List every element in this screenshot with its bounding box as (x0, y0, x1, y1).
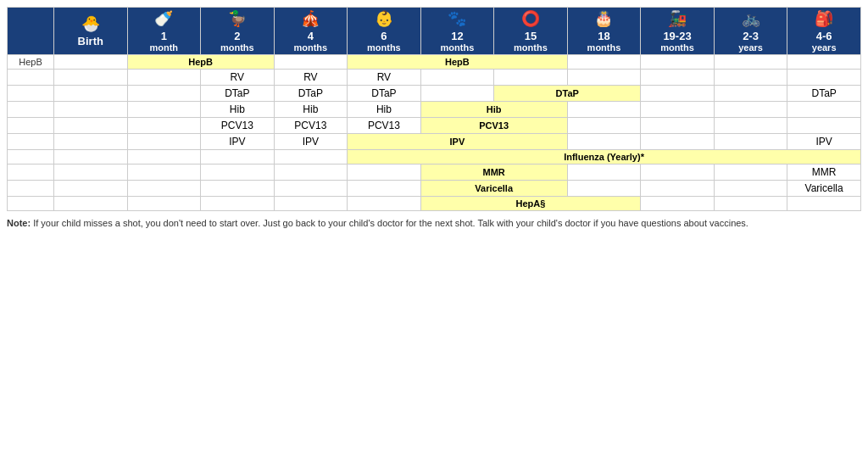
vaccine-cell (787, 55, 861, 70)
table-row: RVRVRV (8, 70, 861, 86)
vaccine-cell (201, 181, 275, 197)
vaccine-name (8, 102, 54, 118)
vaccine-schedule-table: 🐣Birth🍼1month🦆2months🎪4months👶6months🐾12… (7, 7, 861, 211)
vaccine-cell: Hib (201, 102, 275, 118)
vaccine-cell (420, 70, 494, 86)
vaccine-cell (714, 181, 787, 197)
vaccine-name (8, 165, 54, 181)
vaccine-cell: PCV13 (348, 118, 421, 134)
vaccine-cell: Hib (274, 102, 348, 118)
vaccine-name (8, 70, 54, 86)
table-row: DTaPDTaPDTaPDTaPDTaP (8, 86, 861, 102)
vaccine-cell (274, 165, 348, 181)
vaccine-cell (54, 181, 128, 197)
vaccine-cell: RV (348, 70, 421, 86)
vaccine-cell (54, 86, 128, 102)
vaccine-cell (714, 134, 787, 150)
vaccine-cell (567, 181, 641, 197)
vaccine-cell (787, 102, 861, 118)
vaccine-cell: DTaP (494, 86, 641, 102)
vaccine-cell: DTaP (348, 86, 421, 102)
vaccine-cell: PCV13 (420, 118, 567, 134)
table-row: Influenza (Yearly)* (8, 150, 861, 165)
vaccine-cell (54, 70, 128, 86)
vaccine-cell (714, 197, 787, 211)
vaccine-cell (641, 118, 715, 134)
vaccine-cell (127, 134, 201, 150)
vaccine-cell: IPV (201, 134, 275, 150)
vaccine-cell (567, 118, 641, 134)
vaccine-cell (127, 150, 201, 165)
header-age-6: 👶6months (348, 8, 421, 55)
vaccine-cell (567, 70, 641, 86)
vaccine-cell (348, 165, 421, 181)
vaccine-cell (641, 55, 715, 70)
vaccine-cell (420, 86, 494, 102)
vaccine-cell: Influenza (Yearly)* (348, 150, 861, 165)
vaccine-cell (127, 102, 201, 118)
vaccine-cell (567, 165, 641, 181)
vaccine-cell (567, 55, 641, 70)
vaccine-name (8, 134, 54, 150)
header-age-18: 🎂18months (567, 8, 641, 55)
vaccine-cell (201, 197, 275, 211)
vaccine-cell: Hib (420, 102, 567, 118)
vaccine-cell: Varicella (787, 181, 861, 197)
vaccine-cell (54, 197, 128, 211)
note-text: Note: If your child misses a shot, you d… (7, 218, 748, 228)
vaccine-name (8, 86, 54, 102)
header-row: 🐣Birth🍼1month🦆2months🎪4months👶6months🐾12… (8, 8, 861, 55)
vaccine-cell: DTaP (201, 86, 275, 102)
vaccine-cell (641, 86, 715, 102)
vaccine-cell (127, 86, 201, 102)
vaccine-cell (274, 181, 348, 197)
vaccine-cell: MMR (420, 165, 567, 181)
header-age-1923: 🚂19-23months (641, 8, 715, 55)
vaccine-cell: IPV (348, 134, 568, 150)
vaccine-cell (348, 197, 421, 211)
vaccine-name (8, 150, 54, 165)
vaccine-cell (54, 118, 128, 134)
vaccine-cell (54, 134, 128, 150)
vaccine-cell (348, 181, 421, 197)
table-row: IPVIPVIPVIPV (8, 134, 861, 150)
vaccine-cell (641, 102, 715, 118)
vaccine-cell (127, 197, 201, 211)
vaccine-cell (201, 165, 275, 181)
vaccine-name (8, 181, 54, 197)
vaccine-cell (641, 70, 715, 86)
vaccine-cell (201, 150, 275, 165)
header-age-2: 🦆2months (201, 8, 275, 55)
vaccine-cell: PCV13 (274, 118, 348, 134)
header-age-Birth: 🐣Birth (54, 8, 128, 55)
table-body: HepBHepBHepBRVRVRVDTaPDTaPDTaPDTaPDTaPHi… (8, 55, 861, 211)
vaccine-cell: HepA§ (420, 197, 641, 211)
vaccine-cell (54, 165, 128, 181)
vaccine-name (8, 197, 54, 211)
vaccine-cell (714, 70, 787, 86)
vaccine-cell (54, 102, 128, 118)
vaccine-name: HepB (8, 55, 54, 70)
vaccine-cell: IPV (787, 134, 861, 150)
table-row: HibHibHibHib (8, 102, 861, 118)
vaccine-cell: IPV (274, 134, 348, 150)
note-section: Note: If your child misses a shot, you d… (7, 218, 861, 228)
header-age-15: ⭕15months (494, 8, 568, 55)
vaccine-cell: RV (274, 70, 348, 86)
vaccine-cell (127, 70, 201, 86)
header-age-46: 🎒4-6years (787, 8, 861, 55)
vaccine-cell (641, 134, 715, 150)
vaccine-cell: Varicella (420, 181, 567, 197)
vaccine-cell (567, 102, 641, 118)
vaccine-cell (641, 181, 715, 197)
vaccine-cell: DTaP (787, 86, 861, 102)
vaccine-name (8, 118, 54, 134)
table-row: MMRMMR (8, 165, 861, 181)
table-row: VaricellaVaricella (8, 181, 861, 197)
vaccine-cell (54, 55, 128, 70)
vaccine-cell: HepB (348, 55, 568, 70)
header-age-12: 🐾12months (420, 8, 494, 55)
vaccine-cell: RV (201, 70, 275, 86)
table-row: PCV13PCV13PCV13PCV13 (8, 118, 861, 134)
table-row: HepBHepBHepB (8, 55, 861, 70)
